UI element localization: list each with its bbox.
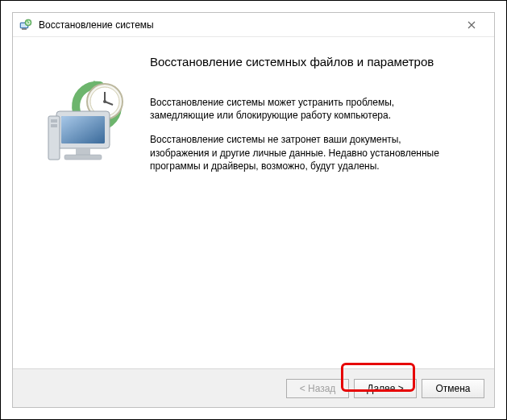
cancel-button[interactable]: Отмена (422, 379, 484, 398)
svg-point-3 (25, 19, 31, 26)
svg-rect-15 (64, 155, 102, 160)
description-paragraph-1: Восстановление системы может устранить п… (150, 96, 456, 122)
svg-point-10 (103, 100, 106, 103)
titlebar: Восстановление системы (13, 13, 494, 37)
svg-rect-2 (22, 28, 27, 30)
wizard-footer: < Назад Далее > Отмена (13, 368, 494, 407)
svg-rect-14 (76, 148, 90, 155)
next-button[interactable]: Далее > (354, 379, 417, 398)
svg-rect-13 (61, 116, 105, 143)
back-button: < Назад (286, 379, 349, 398)
system-restore-dialog: Восстановление системы (12, 12, 495, 408)
svg-rect-18 (51, 124, 57, 127)
svg-rect-17 (51, 119, 57, 123)
main-content: Восстановление системных файлов и параме… (150, 52, 478, 360)
close-button[interactable] (455, 14, 488, 36)
description-paragraph-2: Восстановление системы не затронет ваши … (150, 133, 456, 173)
wizard-body: Восстановление системных файлов и параме… (13, 37, 494, 368)
wizard-illustration (29, 52, 150, 360)
page-heading: Восстановление системных файлов и параме… (150, 55, 470, 69)
window-title: Восстановление системы (39, 19, 455, 31)
svg-rect-16 (48, 116, 60, 160)
system-restore-icon (19, 19, 32, 31)
